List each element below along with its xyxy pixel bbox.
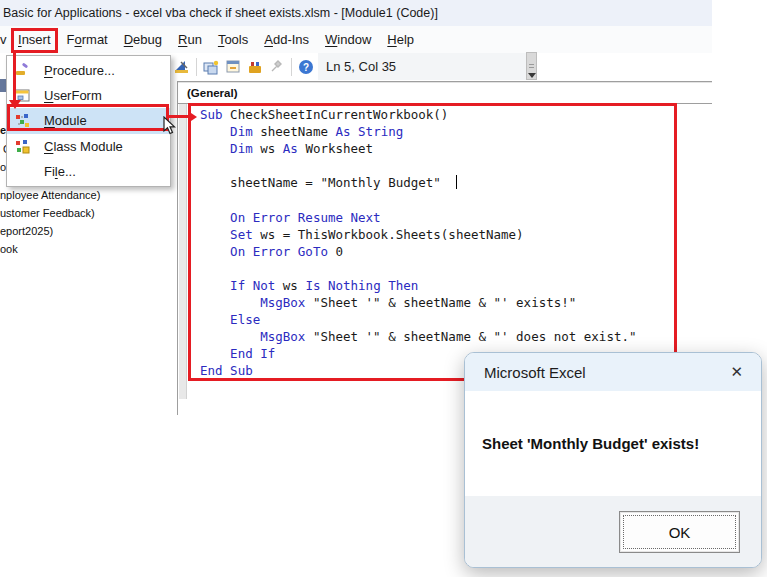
- insert-menu-item-label: Class Module: [44, 139, 123, 154]
- scroll-ridge: [529, 64, 534, 65]
- annotation-rect-module: [7, 104, 169, 131]
- insert-menu-item-label: Procedure...: [44, 63, 115, 78]
- annotation-rect-code: [188, 103, 677, 381]
- panel-divider[interactable]: [177, 81, 178, 415]
- object-dropdown[interactable]: (General): [178, 83, 712, 104]
- object-dropdown-value: (General): [178, 87, 238, 99]
- menubar-item-help[interactable]: Help: [379, 28, 422, 51]
- close-icon[interactable]: ✕: [727, 362, 746, 382]
- vba-editor-screenshot: Basic for Applications - excel vba check…: [0, 0, 767, 577]
- dialog-title: Microsoft Excel: [465, 364, 586, 381]
- insert-menu-item-class-module[interactable]: Class Module: [7, 134, 170, 159]
- insert-menu-item-procedure[interactable]: Procedure...: [7, 58, 170, 83]
- line-column-indicator: Ln 5, Col 35: [318, 53, 537, 80]
- project-tree-item-fragment[interactable]: eport2025): [0, 225, 53, 237]
- no-icon: [14, 163, 31, 180]
- project-tree-item-fragment[interactable]: ustomer Feedback): [0, 207, 95, 219]
- toolbar-separator: [196, 58, 197, 76]
- menubar-item-format[interactable]: Format: [59, 28, 116, 51]
- disabled-tool-icon: [266, 57, 288, 77]
- procedure-icon: [14, 62, 31, 79]
- line-column-text: Ln 5, Col 35: [318, 59, 396, 74]
- insert-menu-item-label: UserForm: [44, 88, 102, 103]
- window-title: Basic for Applications - excel vba check…: [0, 6, 438, 20]
- dialog-message: Sheet 'Monthly Budget' exists!: [482, 435, 699, 452]
- properties-window-icon[interactable]: [222, 57, 244, 77]
- menubar-item-view-partial[interactable]: v: [0, 32, 10, 47]
- menubar-item-tools[interactable]: Tools: [210, 28, 256, 51]
- insert-menu-item-label: File...: [44, 164, 76, 179]
- menubar-item-window[interactable]: Window: [317, 28, 379, 51]
- toolbar-separator: [291, 58, 292, 76]
- dialog-footer: OK: [465, 496, 761, 567]
- dialog-titlebar: Microsoft Excel: [465, 353, 761, 391]
- toolbar-scrollbar[interactable]: [526, 52, 537, 80]
- menubar-item-debug[interactable]: Debug: [116, 28, 170, 51]
- menubar-item-run[interactable]: Run: [170, 28, 210, 51]
- msgbox-dialog: Microsoft Excel ✕ Sheet 'Monthly Budget'…: [464, 352, 762, 568]
- annotation-arrow-down: [13, 52, 16, 100]
- project-tree-item-fragment[interactable]: ook: [0, 243, 18, 255]
- design-mode-icon[interactable]: [171, 57, 193, 77]
- toolbox-icon[interactable]: [244, 57, 266, 77]
- class-module-icon: [14, 138, 31, 155]
- ok-button[interactable]: OK: [619, 511, 740, 553]
- help-icon[interactable]: ?: [295, 57, 317, 77]
- annotation-arrow-right-head: [188, 111, 197, 123]
- project-explorer-icon[interactable]: [200, 57, 222, 77]
- code-margin-bar: [179, 104, 187, 399]
- code-window-top-border: [178, 81, 712, 82]
- project-tree-item-fragment[interactable]: nployee Attendance): [0, 189, 100, 201]
- menubar-item-add-ins[interactable]: Add-Ins: [256, 28, 317, 51]
- scroll-ridge: [529, 67, 534, 68]
- mouse-cursor: [163, 116, 176, 139]
- svg-text:?: ?: [303, 62, 309, 73]
- menu-bar: v InsertFormatDebugRunToolsAdd-InsWindow…: [0, 26, 712, 53]
- annotation-rect-insert: [11, 28, 58, 53]
- chevron-down-icon: [528, 73, 536, 78]
- window-titlebar: Basic for Applications - excel vba check…: [0, 0, 712, 26]
- insert-menu-item-file[interactable]: File...: [7, 159, 170, 184]
